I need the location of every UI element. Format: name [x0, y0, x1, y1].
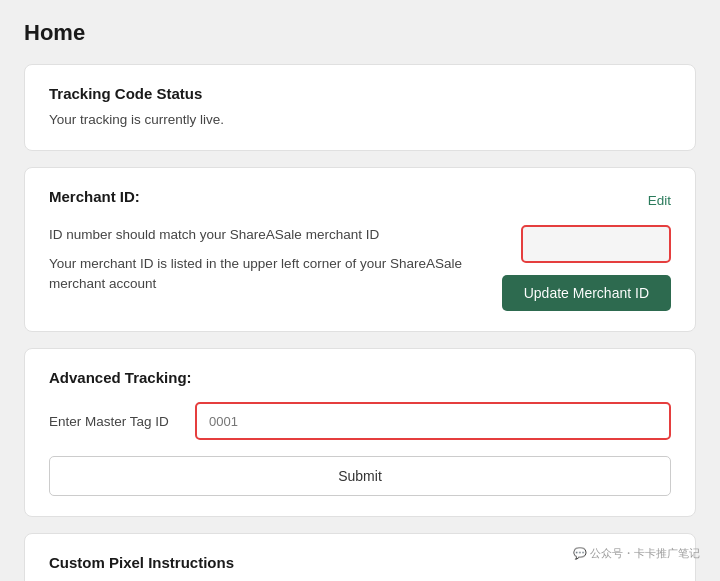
- submit-button[interactable]: Submit: [49, 456, 671, 496]
- merchant-card-header: Merchant ID: Edit: [49, 188, 671, 213]
- tracking-status-title: Tracking Code Status: [49, 85, 671, 102]
- tracking-status-card: Tracking Code Status Your tracking is cu…: [24, 64, 696, 151]
- watermark: 💬 公众号・卡卡推广笔记: [573, 546, 700, 561]
- edit-link[interactable]: Edit: [648, 193, 671, 208]
- merchant-id-card: Merchant ID: Edit ID number should match…: [24, 167, 696, 332]
- update-merchant-id-button[interactable]: Update Merchant ID: [502, 275, 671, 311]
- merchant-card-body: ID number should match your ShareASale m…: [49, 225, 671, 311]
- watermark-icon: 💬: [573, 547, 590, 559]
- advanced-tracking-card: Advanced Tracking: Enter Master Tag ID S…: [24, 348, 696, 517]
- merchant-id-input[interactable]: [521, 225, 671, 263]
- merchant-description: ID number should match your ShareASale m…: [49, 225, 486, 302]
- master-tag-label: Enter Master Tag ID: [49, 414, 179, 429]
- tracking-row: Enter Master Tag ID: [49, 402, 671, 440]
- merchant-id-title: Merchant ID:: [49, 188, 140, 205]
- master-tag-input[interactable]: [195, 402, 671, 440]
- tracking-status-text: Your tracking is currently live.: [49, 110, 671, 130]
- advanced-tracking-title: Advanced Tracking:: [49, 369, 671, 386]
- merchant-desc-1: ID number should match your ShareASale m…: [49, 225, 486, 245]
- merchant-desc-2: Your merchant ID is listed in the upper …: [49, 254, 486, 295]
- watermark-text: 公众号・卡卡推广笔记: [590, 547, 700, 559]
- page-title: Home: [24, 20, 696, 46]
- merchant-input-area: Update Merchant ID: [502, 225, 671, 311]
